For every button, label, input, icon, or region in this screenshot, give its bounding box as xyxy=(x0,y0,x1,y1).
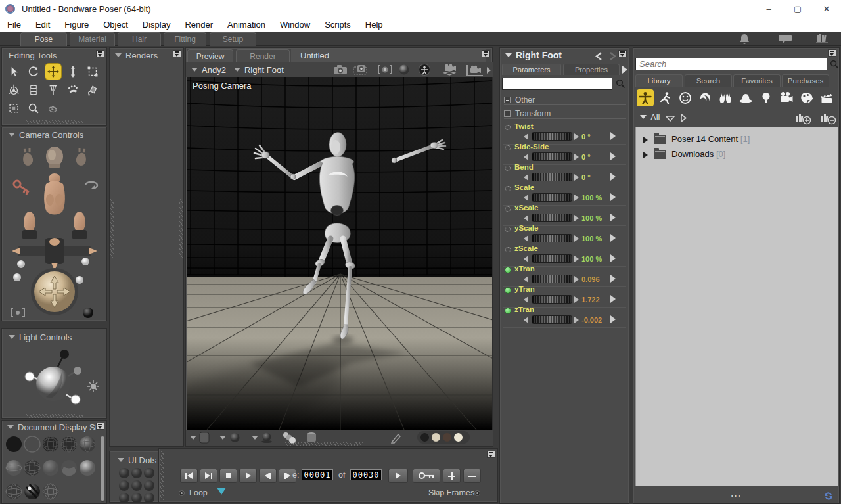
parameter-menu-arrow[interactable] xyxy=(610,315,616,323)
parameter-dial[interactable] xyxy=(532,275,572,283)
parameter-menu-arrow[interactable] xyxy=(610,193,616,201)
keyframe-indicator-keyed[interactable] xyxy=(505,287,511,294)
tab-parameters[interactable]: Parameters xyxy=(502,64,561,75)
parameter-value[interactable]: 0 ° xyxy=(581,153,591,161)
figure-style-icon[interactable] xyxy=(229,432,240,443)
document-display-collapse-button[interactable] xyxy=(96,423,104,430)
document-display-collapse-arrow[interactable] xyxy=(7,425,14,429)
menu-display[interactable]: Display xyxy=(135,17,178,32)
parameter-dial[interactable] xyxy=(532,214,572,222)
category-expressions-icon[interactable] xyxy=(677,89,694,106)
section-transform[interactable]: Transform xyxy=(504,109,551,118)
parameter-label[interactable]: yTran xyxy=(514,285,535,293)
dial-increment-arrow[interactable] xyxy=(574,235,579,242)
add-library-icon[interactable] xyxy=(794,112,811,125)
direct-manipulation-tool-icon[interactable] xyxy=(6,82,22,98)
tab-render[interactable]: Render xyxy=(236,49,290,62)
ui-dots-grid[interactable] xyxy=(118,467,158,504)
parameter-value[interactable]: 100 % xyxy=(581,255,602,263)
chat-bubble-icon[interactable] xyxy=(778,34,792,44)
parameter-label[interactable]: Side-Side xyxy=(514,143,549,150)
element-style-dropdown-arrow[interactable] xyxy=(252,436,258,440)
background-color-swatch[interactable] xyxy=(432,433,440,442)
total-frames-field[interactable]: 00030 xyxy=(350,469,382,480)
keyframe-indicator[interactable] xyxy=(505,125,511,130)
parameter-value[interactable]: 100 % xyxy=(581,214,602,222)
dial-decrement-arrow[interactable] xyxy=(524,256,528,262)
parameter-value[interactable]: 100 % xyxy=(581,194,602,202)
tab-favorites[interactable]: Favorites xyxy=(733,74,781,87)
dial-decrement-arrow[interactable] xyxy=(524,296,528,303)
editing-tools-collapse-button[interactable] xyxy=(96,50,104,57)
translate-in-out-tool-icon[interactable] xyxy=(65,64,81,80)
room-tab-setup[interactable]: Setup xyxy=(210,32,256,46)
parameter-label[interactable]: zScale xyxy=(514,244,538,252)
parameter-dial[interactable] xyxy=(532,254,572,263)
document-style-icon[interactable] xyxy=(198,432,211,444)
menu-edit[interactable]: Edit xyxy=(28,17,57,32)
dial-increment-arrow[interactable] xyxy=(574,276,579,283)
tab-properties[interactable]: Properties xyxy=(563,64,620,75)
parameter-label[interactable]: Twist xyxy=(514,122,534,130)
parameter-label[interactable]: yScale xyxy=(514,224,538,232)
dial-decrement-arrow[interactable] xyxy=(524,215,528,221)
menu-scripts[interactable]: Scripts xyxy=(317,17,358,32)
parameter-label[interactable]: zTran xyxy=(514,306,534,313)
document-style-dropdown-arrow[interactable] xyxy=(190,436,196,440)
section-other[interactable]: Other xyxy=(504,95,535,104)
parameter-menu-arrow[interactable] xyxy=(610,152,616,160)
camera-orbit-icon[interactable] xyxy=(376,64,394,76)
parameter-dial[interactable] xyxy=(532,152,572,161)
parameter-dial[interactable] xyxy=(532,234,572,242)
keyframe-indicator[interactable] xyxy=(505,247,511,252)
content-library-icon[interactable] xyxy=(815,34,829,44)
tab-purchases[interactable]: Purchases xyxy=(782,74,829,87)
dial-decrement-arrow[interactable] xyxy=(524,154,528,160)
library-search-input[interactable] xyxy=(635,58,827,70)
parameter-menu-arrow[interactable] xyxy=(610,234,616,242)
parameter-value[interactable]: 1.722 xyxy=(581,296,600,304)
camera-still-icon[interactable] xyxy=(332,64,349,76)
cursor-tool-icon[interactable] xyxy=(6,64,22,80)
play-button[interactable] xyxy=(239,469,257,483)
skip-frames-toggle[interactable] xyxy=(474,490,480,496)
library-filter-label[interactable]: All xyxy=(650,112,660,122)
parameters-collapse-button[interactable] xyxy=(618,50,627,57)
room-tab-fitting[interactable]: Fitting xyxy=(164,32,206,46)
timeline-resize-handle[interactable] xyxy=(160,451,164,500)
parameter-label[interactable]: xScale xyxy=(514,204,538,212)
category-hair-icon[interactable] xyxy=(696,89,714,106)
dial-increment-arrow[interactable] xyxy=(574,317,579,323)
add-keyframe-button[interactable] xyxy=(443,469,461,483)
parameter-menu-arrow[interactable] xyxy=(610,275,616,283)
dial-increment-arrow[interactable] xyxy=(574,215,579,221)
go-to-end-button[interactable] xyxy=(200,469,217,483)
renders-collapse-button[interactable] xyxy=(173,50,181,57)
library-expand-icon[interactable] xyxy=(679,113,687,123)
figure-dropdown-arrow[interactable] xyxy=(191,68,198,72)
actor-selector[interactable]: Right Foot xyxy=(244,65,284,75)
menu-window[interactable]: Window xyxy=(273,17,317,32)
parameter-search-icon[interactable] xyxy=(616,79,625,89)
element-style-icon[interactable] xyxy=(261,432,273,444)
figure-style-dropdown-arrow[interactable] xyxy=(219,436,226,440)
dial-decrement-arrow[interactable] xyxy=(524,276,528,283)
panel-resize-handle[interactable] xyxy=(179,199,183,258)
dial-increment-arrow[interactable] xyxy=(574,256,579,262)
library-item-poser-14-content[interactable]: Poser 14 Content [1] xyxy=(636,133,838,147)
parameter-dial[interactable] xyxy=(532,193,572,202)
parameter-value[interactable]: -0.002 xyxy=(581,316,602,324)
display-style-scrollbar[interactable] xyxy=(101,436,104,502)
keyframe-indicator[interactable] xyxy=(505,166,511,171)
rotate-tool-icon[interactable] xyxy=(26,64,41,80)
parameter-menu-arrow[interactable] xyxy=(610,173,616,181)
actor-dropdown-arrow[interactable] xyxy=(234,68,240,72)
keyframe-indicator-keyed[interactable] xyxy=(505,308,511,314)
remove-library-icon[interactable] xyxy=(819,112,836,125)
menu-help[interactable]: Help xyxy=(358,17,390,32)
notifications-bell-icon[interactable] xyxy=(737,34,752,44)
room-tab-hair[interactable]: Hair xyxy=(118,32,161,46)
category-poses-icon[interactable] xyxy=(656,89,673,106)
category-materials-icon[interactable] xyxy=(798,89,815,106)
loop-toggle[interactable] xyxy=(179,490,185,496)
